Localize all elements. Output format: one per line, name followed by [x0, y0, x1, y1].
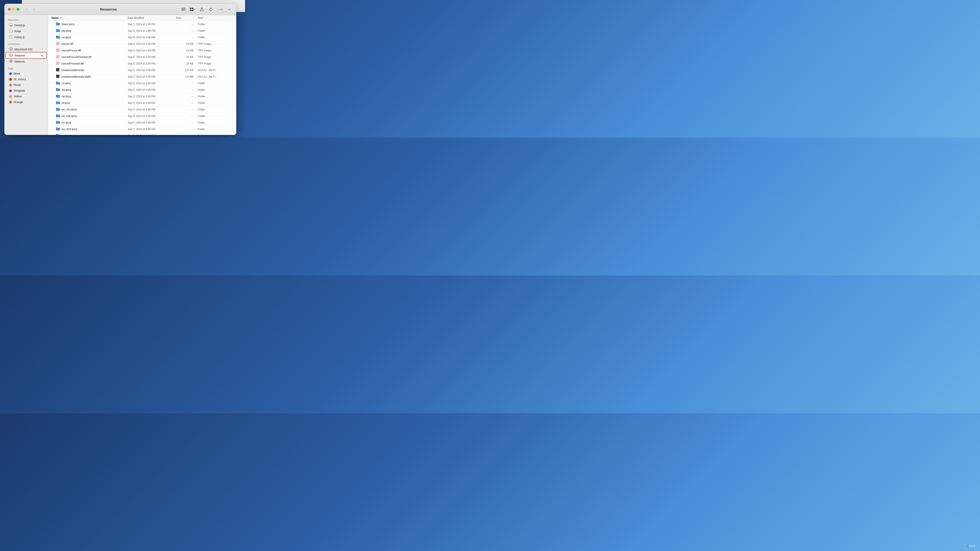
file-row[interactable]: › cs.lproj Sep 5, 2024 at 3:46 PM -- Fol…	[48, 80, 236, 87]
more-button[interactable]: ···	[216, 6, 224, 13]
sidebar-item-macintosh-hd[interactable]: Macintosh HD	[6, 46, 46, 52]
col-header-date[interactable]: Date Modified	[128, 16, 176, 19]
close-button[interactable]	[8, 8, 11, 11]
expand-arrow[interactable]: ›	[52, 95, 54, 97]
file-size: --	[176, 36, 198, 39]
yellow-tag-dot	[9, 95, 12, 98]
col-header-size[interactable]: Size	[176, 16, 198, 19]
file-row[interactable]: › Base.lproj Sep 5, 2024 at 3:46 PM -- F…	[48, 21, 236, 27]
col-header-kind[interactable]: Kind	[198, 16, 233, 19]
svg-rect-8	[9, 24, 13, 25]
expand-arrow[interactable]: ›	[52, 108, 54, 111]
maximize-button[interactable]	[17, 8, 19, 11]
minimize-button[interactable]	[12, 8, 15, 11]
expand-button[interactable]	[226, 6, 233, 13]
sidebar-item-stjohns[interactable]: St. John's	[6, 76, 46, 82]
sort-arrow-icon	[60, 17, 62, 19]
file-row[interactable]: cancelFocus.tiff Sep 5, 2024 at 3:46 PM …	[48, 47, 236, 54]
file-row[interactable]: unix createinstallmedia.dylib Sep 5, 202…	[48, 73, 236, 80]
forward-button[interactable]: ›	[31, 6, 37, 13]
file-name-cell: unix createinstallmedia	[52, 68, 128, 72]
file-row[interactable]: › el.lproj Sep 5, 2024 at 3:46 PM -- Fol…	[48, 100, 236, 106]
sidebar-item-orange[interactable]: Orange	[6, 99, 46, 105]
file-kind: Folder	[198, 23, 233, 26]
window-title: Resources	[40, 8, 177, 11]
file-row[interactable]: › de.lproj Sep 5, 2024 at 3:46 PM -- Fol…	[48, 93, 236, 100]
cancel-file-icon	[56, 42, 59, 45]
expand-arrow[interactable]: ›	[52, 121, 54, 124]
file-name-cell: cancelFocusPressed.tiff	[52, 55, 128, 59]
file-row[interactable]: cancelPressed.tiff Sep 5, 2024 at 3:46 P…	[48, 60, 236, 67]
desktop-icon	[9, 24, 13, 27]
file-name-cell: › en_AU.lproj	[52, 108, 128, 111]
file-row[interactable]: cancel.tiff Sep 5, 2024 at 3:46 PM 10 KB…	[48, 41, 236, 47]
file-date: Sep 5, 2024 at 3:46 PM	[128, 88, 176, 91]
sidebar-item-photo-label: Photo	[14, 83, 43, 87]
file-row[interactable]: › es.lproj Sep 5, 2024 at 3:46 PM -- Fol…	[48, 132, 236, 135]
file-row[interactable]: › en_GB.lproj Sep 5, 2024 at 3:46 PM -- …	[48, 113, 236, 119]
expand-arrow[interactable]: ›	[52, 30, 54, 32]
template-tag-dot	[9, 89, 12, 92]
network-icon	[9, 60, 13, 64]
exec-file-icon: unix	[56, 75, 59, 78]
sidebar-item-desktop[interactable]: Desktop	[6, 22, 46, 28]
file-type-icon	[56, 101, 60, 105]
file-row[interactable]: cancelFocusPressed.tiff Sep 5, 2024 at 3…	[48, 54, 236, 60]
file-name: cs.lproj	[62, 81, 71, 85]
favorites-section: Favorites Desktop	[5, 18, 48, 40]
traffic-lights	[8, 8, 19, 11]
file-row[interactable]: › en_AU.lproj Sep 5, 2024 at 3:46 PM -- …	[48, 106, 236, 113]
eject-button[interactable]: ⏏	[41, 54, 43, 57]
sidebar-item-template[interactable]: Template	[6, 88, 46, 94]
sidebar-item-network[interactable]: Network	[6, 59, 46, 65]
file-size: 10 KB	[176, 62, 198, 65]
file-kind: Unix Ex...ble Fi...	[198, 75, 233, 78]
col-header-name[interactable]: Name	[52, 16, 128, 19]
file-row[interactable]: › ca.lproj Sep 5, 2024 at 3:46 PM -- Fol…	[48, 34, 236, 41]
sidebar-item-sequoia[interactable]: Sequoia ⏏	[6, 52, 46, 59]
expand-arrow[interactable]: ›	[52, 135, 54, 135]
sidebar-item-stjohns-label: St. John's	[14, 78, 43, 81]
work-tag-dot	[9, 72, 12, 75]
file-row[interactable]: unix createinstallmedia Sep 5, 2024 at 3…	[48, 67, 236, 73]
sidebar-item-work[interactable]: Work	[6, 71, 46, 76]
file-kind: TIFF image	[198, 62, 233, 65]
svg-rect-14	[10, 54, 13, 56]
list-view-button[interactable]	[180, 6, 187, 13]
file-date: Sep 5, 2024 at 3:46 PM	[128, 75, 176, 78]
file-row[interactable]: › en.lproj Sep 5, 2024 at 3:46 PM -- Fol…	[48, 119, 236, 126]
sequoia-icon	[9, 54, 13, 57]
sidebar-item-photo[interactable]: Photo	[6, 82, 46, 88]
grid-view-button[interactable]	[189, 6, 196, 13]
raw-folder-icon	[9, 30, 13, 33]
file-name-cell: › es_419.lproj	[52, 127, 128, 131]
svg-rect-6	[192, 10, 193, 11]
finder-window: ‹ › Resources	[5, 4, 236, 135]
expand-arrow[interactable]: ›	[52, 36, 54, 38]
tag-button[interactable]	[207, 6, 215, 13]
file-size: 10 KB	[176, 56, 198, 59]
expand-arrow[interactable]: ›	[52, 115, 54, 117]
cancel-file-icon	[56, 48, 59, 52]
file-size: --	[176, 102, 198, 105]
expand-arrow[interactable]: ›	[52, 23, 54, 25]
file-name: el.lproj	[62, 101, 70, 105]
back-button[interactable]: ‹	[24, 6, 30, 13]
svg-point-7	[210, 8, 211, 9]
photo-tag-dot	[9, 84, 12, 86]
file-row[interactable]: › bg.lproj Sep 5, 2024 at 3:46 PM -- Fol…	[48, 27, 236, 34]
sidebar-item-raw[interactable]: RAW	[6, 29, 46, 34]
file-kind: Folder	[198, 108, 233, 111]
sidebar-item-yellow[interactable]: Yellow	[6, 94, 46, 99]
file-name-cell: › da.lproj	[52, 88, 128, 92]
expand-arrow[interactable]: ›	[52, 102, 54, 104]
share-button[interactable]	[198, 6, 205, 13]
expand-arrow[interactable]: ›	[52, 82, 54, 84]
expand-arrow[interactable]: ›	[52, 89, 54, 91]
file-row[interactable]: › da.lproj Sep 5, 2024 at 3:46 PM -- Fol…	[48, 87, 236, 93]
file-name: createinstallmedia.dylib	[61, 75, 91, 78]
file-size: --	[176, 121, 198, 124]
file-row[interactable]: › es_419.lproj Sep 5, 2024 at 3:46 PM --…	[48, 126, 236, 132]
sidebar-item-finals[interactable]: FINALS	[6, 34, 46, 40]
expand-arrow[interactable]: ›	[52, 128, 54, 130]
